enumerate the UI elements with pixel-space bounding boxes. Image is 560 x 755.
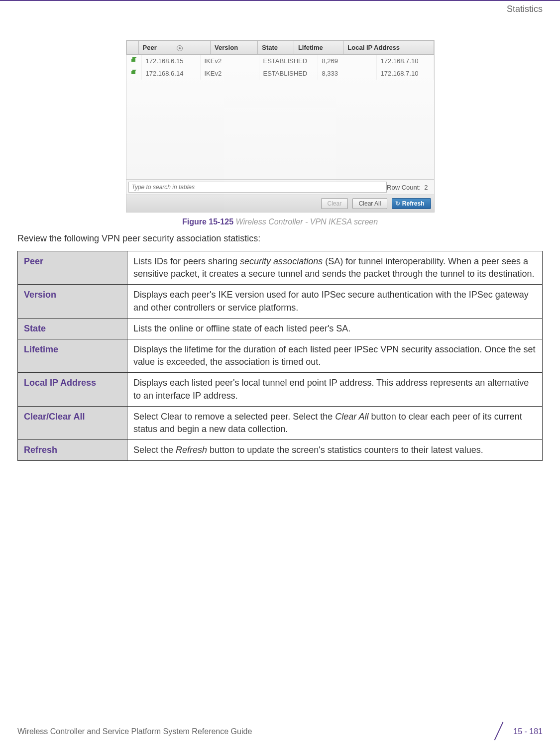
row-count-label: Row Count: bbox=[387, 184, 421, 191]
peer-cell: 172.168.6.15 bbox=[141, 55, 200, 67]
desc-term: Refresh bbox=[18, 440, 127, 461]
peer-col-header[interactable]: Peer bbox=[138, 41, 211, 55]
desc-row: Version Displays each peer's IKE version… bbox=[18, 285, 543, 318]
desc-term: Version bbox=[18, 285, 127, 318]
figure-caption: Figure 15-125 Wireless Controller - VPN … bbox=[17, 217, 543, 226]
clear-all-button[interactable]: Clear All bbox=[352, 198, 388, 209]
state-col-header[interactable]: State bbox=[258, 41, 294, 55]
version-col-header[interactable]: Version bbox=[211, 41, 258, 55]
localip-cell: 172.168.7.10 bbox=[376, 55, 434, 67]
desc-row: Refresh Select the Refresh button to upd… bbox=[18, 440, 543, 461]
localip-col-header[interactable]: Local IP Address bbox=[343, 41, 434, 55]
desc-text: Displays each listed peer's local tunnel… bbox=[127, 373, 543, 406]
col-label: Peer bbox=[143, 44, 157, 51]
slash-icon bbox=[489, 723, 509, 740]
desc-term: Local IP Address bbox=[18, 373, 127, 406]
desc-row: Clear/Clear All Select Clear to remove a… bbox=[18, 406, 543, 439]
state-cell: ESTABLISHED bbox=[259, 55, 318, 67]
desc-text: Select Clear to remove a selected peer. … bbox=[127, 406, 543, 439]
table-row[interactable]: 172.168.6.14 IKEv2 ESTABLISHED 8,333 172… bbox=[126, 67, 434, 80]
status-up-icon bbox=[130, 69, 137, 76]
footer: Wireless Controller and Service Platform… bbox=[17, 723, 543, 740]
desc-term: Lifetime bbox=[18, 339, 127, 372]
figure-title: Wireless Controller - VPN IKESA screen bbox=[236, 217, 378, 226]
desc-text: Displays each peer's IKE version used fo… bbox=[127, 285, 543, 318]
row-count-value: 2 bbox=[424, 184, 428, 191]
figure-number: Figure 15-125 bbox=[182, 217, 233, 226]
search-input[interactable] bbox=[128, 182, 387, 193]
desc-text: Displays the lifetime for the duration o… bbox=[127, 339, 543, 372]
lifetime-cell: 8,333 bbox=[318, 67, 376, 80]
footer-guide: Wireless Controller and Service Platform… bbox=[17, 727, 252, 736]
header-section: Statistics bbox=[507, 4, 543, 14]
desc-term: Peer bbox=[18, 251, 127, 285]
desc-row: Local IP Address Displays each listed pe… bbox=[18, 373, 543, 406]
intro-text: Review the following VPN peer security a… bbox=[17, 233, 543, 244]
desc-term: Clear/Clear All bbox=[18, 406, 127, 439]
lifetime-col-header[interactable]: Lifetime bbox=[294, 41, 343, 55]
top-accent-bar bbox=[0, 0, 560, 1]
version-cell: IKEv2 bbox=[200, 55, 259, 67]
peer-cell: 172.168.6.14 bbox=[141, 67, 200, 80]
description-table: Peer Lists IDs for peers sharing securit… bbox=[17, 251, 543, 461]
desc-row: Peer Lists IDs for peers sharing securit… bbox=[18, 251, 543, 285]
desc-text: Select the Refresh button to update the … bbox=[127, 440, 543, 461]
desc-text: Lists the online or offline state of eac… bbox=[127, 318, 543, 339]
desc-text: Lists IDs for peers sharing security ass… bbox=[127, 251, 543, 285]
lifetime-cell: 8,269 bbox=[318, 55, 376, 67]
table-row[interactable]: 172.168.6.15 IKEv2 ESTABLISHED 8,269 172… bbox=[126, 55, 434, 67]
refresh-button[interactable]: Refresh bbox=[392, 198, 431, 209]
desc-term: State bbox=[18, 318, 127, 339]
page-number: 15 - 181 bbox=[489, 723, 543, 740]
desc-row: Lifetime Displays the lifetime for the d… bbox=[18, 339, 543, 372]
clear-button[interactable]: Clear bbox=[321, 198, 348, 209]
status-col-header[interactable] bbox=[126, 41, 138, 55]
localip-cell: 172.168.7.10 bbox=[376, 67, 434, 80]
state-cell: ESTABLISHED bbox=[259, 67, 318, 80]
sort-icon[interactable] bbox=[177, 45, 183, 51]
vpn-ikesa-screenshot: Peer Version State Lifetime Local IP Add… bbox=[126, 40, 435, 213]
peer-table: Peer Version State Lifetime Local IP Add… bbox=[126, 40, 434, 55]
desc-row: State Lists the online or offline state … bbox=[18, 318, 543, 339]
status-up-icon bbox=[130, 57, 137, 64]
version-cell: IKEv2 bbox=[200, 67, 259, 80]
